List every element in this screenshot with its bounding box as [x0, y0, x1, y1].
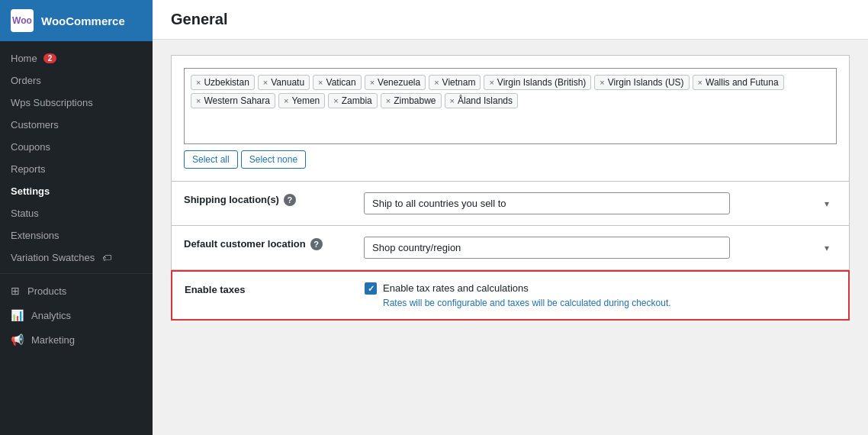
tag-remove-icon[interactable]: × [263, 78, 268, 87]
default-customer-label: Default customer location ? [184, 237, 352, 250]
shipping-location-dropdown-wrap: Ship to all countries you sell to Ship t… [364, 192, 837, 214]
sidebar-item-status[interactable]: Status [0, 202, 153, 224]
sidebar-item-label: Customers [11, 119, 59, 130]
enable-taxes-checkbox-row: Enable tax rates and calculations [365, 282, 836, 295]
sidebar-item-variation-swatches[interactable]: Variation Swatches 🏷 [0, 246, 153, 269]
sidebar-item-analytics[interactable]: 📊 Analytics [0, 303, 153, 327]
tag-label: Virgin Islands (US) [608, 77, 684, 88]
enable-taxes-checkbox-label[interactable]: Enable tax rates and calculations [383, 282, 529, 294]
chevron-down-icon: ▾ [825, 243, 829, 253]
sidebar-item-label: Extensions [11, 230, 59, 241]
country-tag: ×Åland Islands [445, 93, 518, 108]
tag-remove-icon[interactable]: × [196, 78, 201, 87]
tag-remove-icon[interactable]: × [450, 96, 455, 105]
sidebar-title: WooCommerce [41, 14, 125, 27]
enable-taxes-checkbox[interactable] [365, 282, 377, 295]
chart-icon: 📊 [11, 309, 24, 321]
tag-label: Wallis and Futuna [706, 77, 779, 88]
sidebar-item-label: Status [11, 208, 39, 219]
tag-label: Yemen [291, 95, 320, 106]
grid-icon: ⊞ [11, 285, 20, 297]
sidebar-item-wps-subscriptions[interactable]: Wps Subscriptions [0, 92, 153, 114]
sidebar-item-marketing[interactable]: 📢 Marketing [0, 327, 153, 352]
sidebar-nav: Home 2 Orders Wps Subscriptions Customer… [0, 41, 153, 435]
sidebar-item-extensions[interactable]: Extensions [0, 224, 153, 246]
country-tag: ×Virgin Islands (British) [484, 75, 591, 90]
tag-label: Vatican [326, 77, 356, 88]
tag-remove-icon[interactable]: × [284, 96, 288, 105]
tag-label: Uzbekistan [204, 77, 249, 88]
sidebar-item-label: Home [11, 53, 37, 64]
tag-remove-icon[interactable]: × [333, 96, 338, 105]
content-area: ×Uzbekistan×Vanuatu×Vatican×Venezuela×Vi… [153, 40, 868, 435]
sidebar-item-label: Products [27, 285, 66, 297]
tag-remove-icon[interactable]: × [489, 78, 493, 87]
country-tag: ×Vanuatu [258, 75, 310, 90]
shipping-location-row: Shipping location(s) ? Ship to all count… [171, 182, 850, 226]
tag-label: Venezuela [378, 77, 420, 88]
shipping-location-label: Shipping location(s) ? [184, 192, 352, 206]
sidebar-item-label: Coupons [11, 141, 50, 153]
tag-label: Vanuatu [271, 77, 304, 88]
woo-logo: Woo [11, 9, 34, 32]
page-header: General [153, 0, 868, 40]
tag-label: Western Sahara [204, 95, 270, 106]
select-all-button[interactable]: Select all [184, 150, 238, 169]
sidebar-item-settings[interactable]: Settings [0, 180, 153, 202]
tag-label: Virgin Islands (British) [497, 77, 586, 88]
country-tag: ×Zambia [328, 93, 377, 108]
country-tag: ×Zimbabwe [381, 93, 442, 108]
countries-section: ×Uzbekistan×Vanuatu×Vatican×Venezuela×Vi… [171, 55, 850, 182]
tag-label: Zambia [342, 95, 372, 106]
tag-remove-icon[interactable]: × [600, 78, 604, 87]
enable-taxes-content: Enable tax rates and calculations Rates … [365, 282, 836, 308]
shipping-help-icon[interactable]: ? [284, 194, 296, 206]
enable-taxes-label: Enable taxes [185, 282, 352, 295]
select-none-button[interactable]: Select none [241, 150, 306, 169]
sidebar-item-label: Analytics [31, 310, 71, 321]
tag-remove-icon[interactable]: × [318, 78, 323, 87]
tag-label: Zimbabwe [394, 95, 436, 106]
home-badge: 2 [43, 53, 57, 63]
shipping-location-select[interactable]: Ship to all countries you sell to Ship t… [364, 192, 730, 214]
tag-label: Åland Islands [458, 95, 513, 106]
sidebar-header[interactable]: Woo WooCommerce [0, 0, 153, 41]
sidebar-item-label: Orders [11, 75, 41, 86]
enable-taxes-help-text: Rates will be configurable and taxes wil… [383, 298, 836, 308]
tag-label: Vietnam [442, 77, 476, 88]
country-tag: ×Vatican [313, 75, 362, 90]
tag-remove-icon[interactable]: × [196, 96, 201, 105]
sidebar-divider [0, 273, 153, 274]
sidebar: Woo WooCommerce Home 2 Orders Wps Subscr… [0, 0, 153, 435]
country-tag: ×Virgin Islands (US) [594, 75, 689, 90]
default-customer-dropdown-wrap: Shop country/region Geolocate No locatio… [364, 237, 837, 259]
megaphone-icon: 📢 [11, 334, 24, 346]
customer-help-icon[interactable]: ? [310, 238, 323, 250]
sidebar-item-home[interactable]: Home 2 [0, 47, 153, 69]
sidebar-item-label: Variation Swatches [11, 252, 95, 263]
country-tag: ×Wallis and Futuna [693, 75, 784, 90]
sidebar-item-products[interactable]: ⊞ Products [0, 279, 153, 303]
tag-icon: 🏷 [102, 253, 111, 263]
sidebar-item-label: Marketing [31, 334, 75, 346]
sidebar-item-coupons[interactable]: Coupons [0, 136, 153, 158]
tag-remove-icon[interactable]: × [370, 78, 375, 87]
tag-remove-icon[interactable]: × [698, 78, 702, 87]
tag-remove-icon[interactable]: × [386, 96, 391, 105]
page-title: General [171, 11, 850, 28]
shipping-location-content: Ship to all countries you sell to Ship t… [364, 192, 837, 214]
country-tag: ×Yemen [278, 93, 325, 108]
sidebar-item-orders[interactable]: Orders [0, 69, 153, 92]
main-content: General ×Uzbekistan×Vanuatu×Vatican×Vene… [153, 0, 868, 435]
default-customer-row: Default customer location ? Shop country… [171, 226, 850, 270]
sidebar-item-customers[interactable]: Customers [0, 114, 153, 136]
country-tag: ×Vietnam [429, 75, 481, 90]
country-tag: ×Western Sahara [191, 93, 275, 108]
tag-remove-icon[interactable]: × [434, 78, 439, 87]
country-tag: ×Uzbekistan [191, 75, 255, 90]
sidebar-item-reports[interactable]: Reports [0, 158, 153, 180]
default-customer-select[interactable]: Shop country/region Geolocate No locatio… [364, 237, 730, 259]
select-buttons: Select all Select none [184, 150, 837, 169]
sidebar-item-label: Settings [11, 185, 50, 197]
sidebar-item-label: Reports [11, 163, 46, 175]
